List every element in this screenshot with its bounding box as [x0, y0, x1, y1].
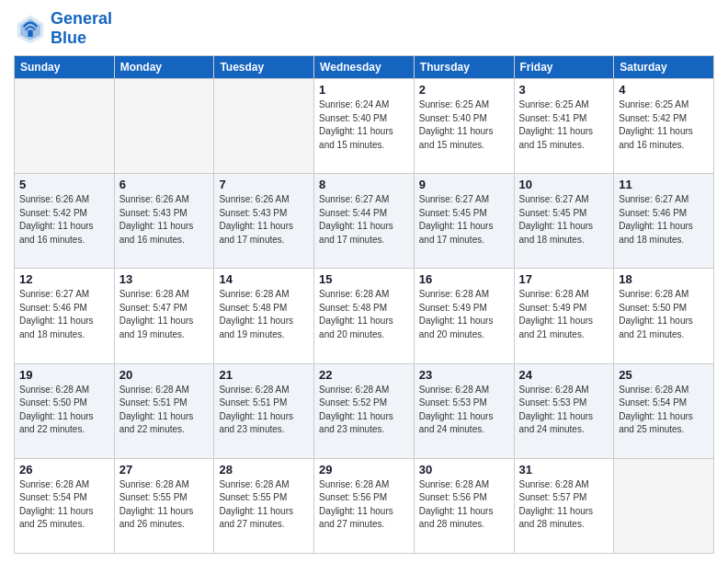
- day-info: Sunrise: 6:28 AM Sunset: 5:52 PM Dayligh…: [319, 384, 409, 437]
- day-number: 30: [419, 463, 509, 477]
- calendar-cell-4-7: 25Sunrise: 6:28 AM Sunset: 5:54 PM Dayli…: [614, 363, 714, 458]
- day-info: Sunrise: 6:28 AM Sunset: 5:48 PM Dayligh…: [219, 288, 309, 341]
- day-info: Sunrise: 6:28 AM Sunset: 5:56 PM Dayligh…: [419, 478, 509, 532]
- calendar-week-3: 12Sunrise: 6:27 AM Sunset: 5:46 PM Dayli…: [15, 269, 714, 363]
- calendar-cell-2-5: 9Sunrise: 6:27 AM Sunset: 5:45 PM Daylig…: [414, 174, 514, 269]
- header: General Blue: [14, 9, 714, 48]
- calendar-cell-3-4: 15Sunrise: 6:28 AM Sunset: 5:48 PM Dayli…: [314, 269, 415, 363]
- day-number: 20: [119, 368, 210, 382]
- day-info: Sunrise: 6:28 AM Sunset: 5:56 PM Dayligh…: [319, 478, 409, 532]
- calendar-cell-1-3: [214, 79, 314, 174]
- calendar-cell-4-1: 19Sunrise: 6:28 AM Sunset: 5:50 PM Dayli…: [15, 363, 115, 458]
- calendar-cell-3-1: 12Sunrise: 6:27 AM Sunset: 5:46 PM Dayli…: [15, 269, 115, 363]
- day-number: 9: [419, 178, 509, 191]
- day-info: Sunrise: 6:28 AM Sunset: 5:50 PM Dayligh…: [619, 288, 709, 341]
- day-header-sunday: Sunday: [15, 56, 115, 79]
- day-number: 19: [19, 368, 109, 382]
- day-header-saturday: Saturday: [614, 56, 714, 79]
- day-info: Sunrise: 6:28 AM Sunset: 5:51 PM Dayligh…: [119, 384, 210, 437]
- day-number: 8: [319, 178, 409, 191]
- day-number: 13: [119, 272, 210, 286]
- day-info: Sunrise: 6:25 AM Sunset: 5:40 PM Dayligh…: [419, 98, 509, 152]
- day-number: 14: [219, 272, 309, 286]
- calendar-cell-3-3: 14Sunrise: 6:28 AM Sunset: 5:48 PM Dayli…: [214, 269, 314, 363]
- calendar-cell-1-6: 3Sunrise: 6:25 AM Sunset: 5:41 PM Daylig…: [514, 79, 614, 174]
- day-info: Sunrise: 6:28 AM Sunset: 5:51 PM Dayligh…: [219, 384, 309, 437]
- day-info: Sunrise: 6:28 AM Sunset: 5:49 PM Dayligh…: [419, 288, 509, 341]
- calendar-week-5: 26Sunrise: 6:28 AM Sunset: 5:54 PM Dayli…: [15, 458, 714, 553]
- day-info: Sunrise: 6:28 AM Sunset: 5:47 PM Dayligh…: [119, 288, 210, 341]
- page: General Blue SundayMondayTuesdayWednesda…: [0, 0, 728, 563]
- day-number: 22: [319, 368, 409, 382]
- calendar-cell-2-3: 7Sunrise: 6:26 AM Sunset: 5:43 PM Daylig…: [214, 174, 314, 269]
- logo-icon: [14, 12, 47, 45]
- day-number: 2: [419, 83, 509, 97]
- calendar-cell-1-5: 2Sunrise: 6:25 AM Sunset: 5:40 PM Daylig…: [414, 79, 514, 174]
- day-info: Sunrise: 6:27 AM Sunset: 5:44 PM Dayligh…: [319, 193, 409, 247]
- calendar-cell-1-1: [15, 79, 115, 174]
- day-number: 4: [619, 83, 709, 97]
- calendar-cell-4-2: 20Sunrise: 6:28 AM Sunset: 5:51 PM Dayli…: [114, 363, 214, 458]
- calendar-table: SundayMondayTuesdayWednesdayThursdayFrid…: [14, 55, 714, 554]
- calendar-cell-4-3: 21Sunrise: 6:28 AM Sunset: 5:51 PM Dayli…: [214, 363, 314, 458]
- calendar-header-row: SundayMondayTuesdayWednesdayThursdayFrid…: [15, 56, 714, 79]
- calendar-cell-3-2: 13Sunrise: 6:28 AM Sunset: 5:47 PM Dayli…: [114, 269, 214, 363]
- svg-rect-2: [28, 30, 32, 37]
- day-number: 18: [619, 272, 709, 286]
- day-number: 5: [19, 178, 109, 191]
- day-info: Sunrise: 6:25 AM Sunset: 5:41 PM Dayligh…: [519, 98, 609, 152]
- calendar-cell-2-1: 5Sunrise: 6:26 AM Sunset: 5:42 PM Daylig…: [15, 174, 115, 269]
- day-info: Sunrise: 6:26 AM Sunset: 5:42 PM Dayligh…: [19, 193, 109, 247]
- day-number: 1: [319, 83, 409, 97]
- day-info: Sunrise: 6:27 AM Sunset: 5:46 PM Dayligh…: [19, 288, 109, 341]
- logo: General Blue: [14, 9, 112, 48]
- calendar-cell-2-4: 8Sunrise: 6:27 AM Sunset: 5:44 PM Daylig…: [314, 174, 415, 269]
- day-number: 10: [519, 178, 609, 191]
- calendar-cell-3-5: 16Sunrise: 6:28 AM Sunset: 5:49 PM Dayli…: [414, 269, 514, 363]
- day-info: Sunrise: 6:28 AM Sunset: 5:54 PM Dayligh…: [19, 478, 109, 532]
- day-number: 11: [619, 178, 709, 191]
- day-number: 12: [19, 272, 109, 286]
- day-number: 31: [519, 463, 609, 477]
- day-info: Sunrise: 6:27 AM Sunset: 5:45 PM Dayligh…: [519, 193, 609, 247]
- calendar-cell-5-5: 30Sunrise: 6:28 AM Sunset: 5:56 PM Dayli…: [414, 458, 514, 553]
- calendar-cell-4-5: 23Sunrise: 6:28 AM Sunset: 5:53 PM Dayli…: [414, 363, 514, 458]
- day-header-tuesday: Tuesday: [214, 56, 314, 79]
- day-info: Sunrise: 6:28 AM Sunset: 5:48 PM Dayligh…: [319, 288, 409, 341]
- calendar-cell-5-2: 27Sunrise: 6:28 AM Sunset: 5:55 PM Dayli…: [114, 458, 214, 553]
- calendar-cell-2-6: 10Sunrise: 6:27 AM Sunset: 5:45 PM Dayli…: [514, 174, 614, 269]
- calendar-cell-4-4: 22Sunrise: 6:28 AM Sunset: 5:52 PM Dayli…: [314, 363, 415, 458]
- day-header-monday: Monday: [114, 56, 214, 79]
- day-info: Sunrise: 6:28 AM Sunset: 5:53 PM Dayligh…: [419, 384, 509, 437]
- logo-text: General Blue: [51, 9, 112, 48]
- day-number: 23: [419, 368, 509, 382]
- day-header-friday: Friday: [514, 56, 614, 79]
- day-number: 17: [519, 272, 609, 286]
- day-number: 3: [519, 83, 609, 97]
- day-info: Sunrise: 6:28 AM Sunset: 5:53 PM Dayligh…: [519, 384, 609, 437]
- calendar-week-4: 19Sunrise: 6:28 AM Sunset: 5:50 PM Dayli…: [15, 363, 714, 458]
- calendar-cell-2-2: 6Sunrise: 6:26 AM Sunset: 5:43 PM Daylig…: [114, 174, 214, 269]
- calendar-cell-1-7: 4Sunrise: 6:25 AM Sunset: 5:42 PM Daylig…: [614, 79, 714, 174]
- calendar-cell-3-6: 17Sunrise: 6:28 AM Sunset: 5:49 PM Dayli…: [514, 269, 614, 363]
- day-number: 15: [319, 272, 409, 286]
- day-info: Sunrise: 6:28 AM Sunset: 5:55 PM Dayligh…: [119, 478, 210, 532]
- day-info: Sunrise: 6:28 AM Sunset: 5:57 PM Dayligh…: [519, 478, 609, 532]
- calendar-week-2: 5Sunrise: 6:26 AM Sunset: 5:42 PM Daylig…: [15, 174, 714, 269]
- day-number: 29: [319, 463, 409, 477]
- day-header-thursday: Thursday: [414, 56, 514, 79]
- day-number: 6: [119, 178, 210, 191]
- day-number: 7: [219, 178, 309, 191]
- day-number: 16: [419, 272, 509, 286]
- day-info: Sunrise: 6:28 AM Sunset: 5:49 PM Dayligh…: [519, 288, 609, 341]
- day-number: 21: [219, 368, 309, 382]
- day-number: 26: [19, 463, 109, 477]
- day-info: Sunrise: 6:26 AM Sunset: 5:43 PM Dayligh…: [119, 193, 210, 247]
- day-info: Sunrise: 6:25 AM Sunset: 5:42 PM Dayligh…: [619, 98, 709, 152]
- day-info: Sunrise: 6:26 AM Sunset: 5:43 PM Dayligh…: [219, 193, 309, 247]
- day-number: 27: [119, 463, 210, 477]
- day-info: Sunrise: 6:28 AM Sunset: 5:55 PM Dayligh…: [219, 478, 309, 532]
- day-info: Sunrise: 6:28 AM Sunset: 5:54 PM Dayligh…: [619, 384, 709, 437]
- day-number: 24: [519, 368, 609, 382]
- day-info: Sunrise: 6:28 AM Sunset: 5:50 PM Dayligh…: [19, 384, 109, 437]
